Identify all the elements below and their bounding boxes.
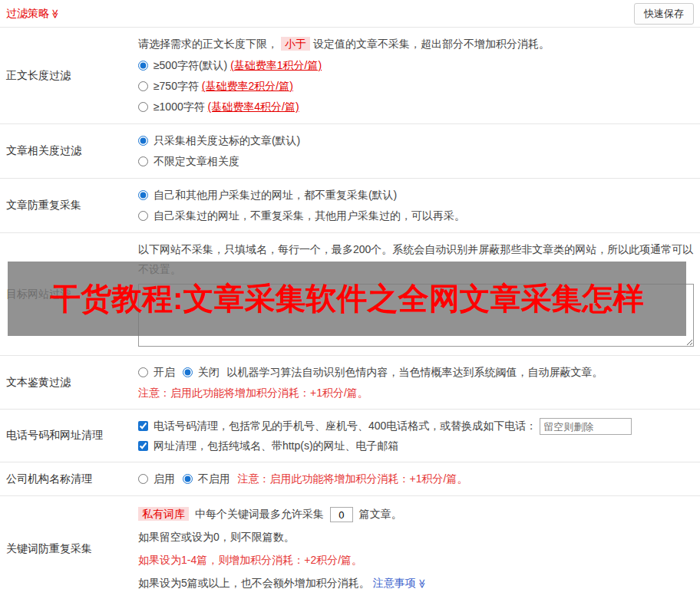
section-content: 只采集相关度达标的文章(默认) 不限定文章相关度 — [137, 124, 700, 178]
phone-clean-checkbox[interactable] — [138, 421, 148, 431]
section-length-filter: 正文长度过滤 请选择需求的正文长度下限，小于设定值的文章不采集，超出部分不增加积… — [0, 28, 700, 124]
section-content: 自己和其他用户采集过的网址，都不重复采集(默认) 自己采集过的网址，不重复采集，… — [137, 179, 700, 232]
phone-clean-option: 电话号码清理，包括常见的手机号、座机号、400电话格式，或替换成如下电话： — [138, 420, 540, 432]
porn-option-off: 关闭 — [183, 362, 220, 383]
section-label: 文章相关度过滤 — [0, 124, 137, 178]
url-clean-checkbox[interactable] — [138, 441, 148, 451]
option-text: 自己采集过的网址，不重复采集，其他用户采集过的，可以再采。 — [154, 209, 465, 222]
option-text: 不启用 — [198, 472, 230, 485]
option-text: 开启 — [154, 366, 175, 378]
section-porn-filter: 文本鉴黄过滤 开启 关闭 以机器学习算法自动识别色情内容，当色情概率达到系统阈值… — [0, 356, 700, 410]
porn-filter-options: 开启 关闭 以机器学习算法自动识别色情内容，当色情概率达到系统阈值，自动屏蔽文章… — [138, 362, 694, 383]
section-content: 开启 关闭 以机器学习算法自动识别色情内容，当色情概率达到系统阈值，自动屏蔽文章… — [137, 356, 700, 409]
chevron-double-down-icon: ≫ — [50, 8, 61, 18]
desc-pre: 请选择需求的正文长度下限， — [138, 38, 278, 50]
keyword-note-zero: 如果留空或设为0，则不限篇数。 — [138, 525, 694, 548]
dedup-option-self: 自己采集过的网址，不重复采集，其他用户采集过的，可以再采。 — [138, 206, 694, 226]
section-content: 请选择需求的正文长度下限，小于设定值的文章不采集，超出部分不增加积分消耗。 ≥5… — [137, 28, 700, 123]
length-option-500: ≥500字符(默认) (基础费率1积分/篇) — [138, 55, 694, 76]
phone-clean-row: 电话号码清理，包括常见的手机号、座机号、400电话格式，或替换成如下电话： — [138, 416, 694, 436]
keyword-limit-row: 私有词库 中每个关键词最多允许采集 篇文章。 — [138, 502, 694, 525]
dedup-radio-global[interactable] — [138, 190, 148, 200]
page-title-text: 过滤策略 — [6, 7, 49, 19]
dedup-option-global: 自己和其他用户采集过的网址，都不重复采集(默认) — [138, 185, 694, 206]
keyword-limit-suffix: 篇文章。 — [359, 508, 402, 520]
notice-link-text: 注意事项 — [373, 577, 416, 589]
option-text: 启用 — [154, 472, 175, 485]
porn-filter-desc: 以机器学习算法自动识别色情内容，当色情概率达到系统阈值，自动屏蔽文章。 — [227, 366, 603, 378]
option-text: 关闭 — [198, 366, 220, 378]
private-lexicon-tag: 私有词库 — [138, 507, 189, 521]
keyword-limit-input[interactable] — [330, 507, 353, 522]
company-clean-options: 启用 不启用 注意：启用此功能将增加积分消耗：+1积分/篇。 — [138, 469, 694, 489]
option-text: ≥500字符(默认) — [154, 59, 227, 71]
notice-link[interactable]: 注意事项≫ — [373, 577, 428, 589]
porn-radio-off[interactable] — [183, 367, 193, 377]
company-radio-on[interactable] — [138, 474, 148, 484]
fee-note-link[interactable]: (基础费率4积分/篇) — [208, 100, 299, 113]
section-company-clean: 公司机构名称清理 启用 不启用 注意：启用此功能将增加积分消耗：+1积分/篇。 — [0, 462, 700, 496]
watermark-text: 干货教程:文章采集软件之全网文章采集怎样 — [50, 278, 643, 320]
replacement-phone-input[interactable] — [540, 418, 632, 435]
length-filter-desc: 请选择需求的正文长度下限，小于设定值的文章不采集，超出部分不增加积分消耗。 — [138, 34, 694, 54]
keyword-note-cost: 如果设为1-4篇，则增加积分消耗：+2积分/篇。 — [138, 548, 694, 571]
desc-highlight: 小于 — [281, 37, 310, 51]
section-phone-url-clean: 电话号码和网址清理 电话号码清理，包括常见的手机号、座机号、400电话格式，或替… — [0, 410, 700, 462]
section-label: 关键词防重复采集 — [0, 496, 137, 589]
length-option-1000: ≥1000字符 (基础费率4积分/篇) — [138, 97, 694, 117]
desc-post: 设定值的文章不采集，超出部分不增加积分消耗。 — [313, 38, 550, 50]
section-content: 启用 不启用 注意：启用此功能将增加积分消耗：+1积分/篇。 — [137, 462, 700, 495]
porn-radio-on[interactable] — [138, 367, 148, 377]
length-option-750: ≥750字符 (基础费率2积分/篇) — [138, 76, 694, 97]
section-label: 文本鉴黄过滤 — [0, 356, 137, 409]
option-text: 只采集相关度达标的文章(默认) — [154, 134, 300, 146]
length-radio-500[interactable] — [138, 61, 148, 71]
section-relevance-filter: 文章相关度过滤 只采集相关度达标的文章(默认) 不限定文章相关度 — [0, 124, 700, 179]
section-label: 文章防重复采集 — [0, 179, 137, 232]
option-text: ≥1000字符 — [154, 100, 205, 113]
section-content: 私有词库 中每个关键词最多允许采集 篇文章。 如果留空或设为0，则不限篇数。 如… — [137, 496, 700, 589]
option-text: 不限定文章相关度 — [154, 155, 239, 167]
section-label: 公司机构名称清理 — [0, 462, 137, 495]
toolbar: 过滤策略≫ 快速保存 — [0, 0, 700, 28]
keyword-note-five-text: 如果设为5篇或以上，也不会额外增加积分消耗。 — [138, 577, 370, 589]
watermark-banner: 干货教程:文章采集软件之全网文章采集怎样 — [8, 262, 686, 336]
porn-filter-note: 注意：启用此功能将增加积分消耗：+1积分/篇。 — [138, 383, 694, 403]
option-text: 电话号码清理，包括常见的手机号、座机号、400电话格式，或替换成如下电话： — [154, 420, 537, 432]
relevance-radio-strict[interactable] — [138, 136, 148, 146]
length-radio-750[interactable] — [138, 81, 148, 91]
fee-note-link[interactable]: (基础费率1积分/篇) — [230, 59, 322, 71]
company-clean-note: 注意：启用此功能将增加积分消耗：+1积分/篇。 — [238, 472, 468, 485]
company-radio-off[interactable] — [183, 474, 193, 484]
chevron-double-down-icon: ≫ — [411, 579, 434, 589]
url-clean-row: 网址清理，包括纯域名、带http(s)的网址、电子邮箱 — [138, 436, 694, 456]
url-clean-option: 网址清理，包括纯域名、带http(s)的网址、电子邮箱 — [138, 439, 399, 452]
relevance-option-any: 不限定文章相关度 — [138, 151, 694, 172]
company-option-on: 启用 — [138, 469, 175, 489]
option-text: ≥750字符 — [154, 80, 199, 92]
dedup-radio-self[interactable] — [138, 211, 148, 221]
porn-option-on: 开启 — [138, 362, 175, 383]
relevance-radio-any[interactable] — [138, 156, 148, 166]
section-label: 电话号码和网址清理 — [0, 410, 137, 462]
fee-note-link[interactable]: (基础费率2积分/篇) — [202, 80, 293, 92]
quick-save-button[interactable]: 快速保存 — [634, 3, 694, 25]
section-label: 正文长度过滤 — [0, 28, 137, 123]
relevance-option-strict: 只采集相关度达标的文章(默认) — [138, 130, 694, 151]
keyword-limit-text: 中每个关键词最多允许采集 — [195, 508, 324, 520]
section-content: 电话号码清理，包括常见的手机号、座机号、400电话格式，或替换成如下电话： 网址… — [137, 410, 700, 462]
section-dedup-filter: 文章防重复采集 自己和其他用户采集过的网址，都不重复采集(默认) 自己采集过的网… — [0, 179, 700, 233]
option-text: 自己和其他用户采集过的网址，都不重复采集(默认) — [154, 189, 397, 201]
length-radio-1000[interactable] — [138, 102, 148, 112]
option-text: 网址清理，包括纯域名、带http(s)的网址、电子邮箱 — [154, 439, 399, 452]
section-keyword-dedup: 关键词防重复采集 私有词库 中每个关键词最多允许采集 篇文章。 如果留空或设为0… — [0, 496, 700, 589]
page-title[interactable]: 过滤策略≫ — [6, 7, 61, 21]
keyword-note-five: 如果设为5篇或以上，也不会额外增加积分消耗。 注意事项≫ — [138, 571, 694, 589]
company-option-off: 不启用 — [183, 469, 230, 489]
